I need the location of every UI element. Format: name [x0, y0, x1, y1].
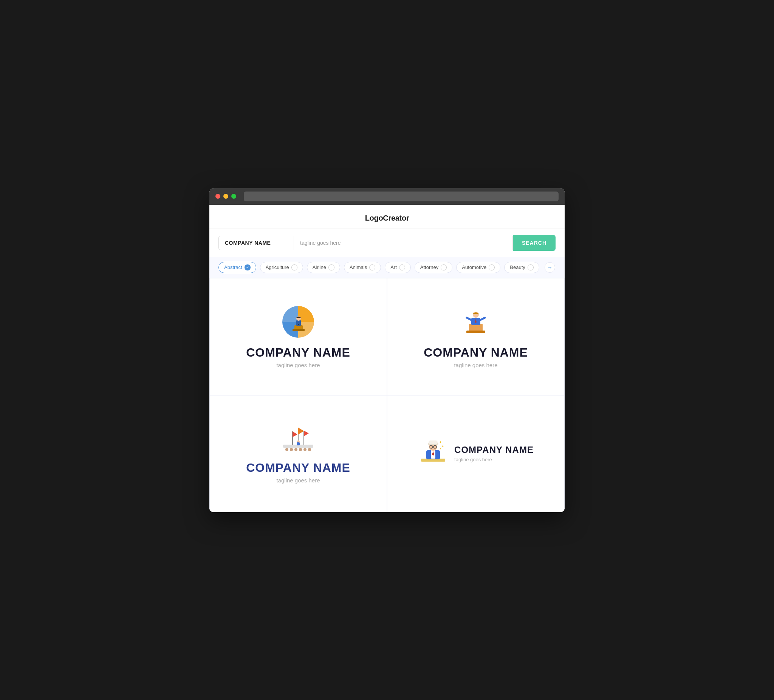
svg-line-11	[480, 318, 485, 320]
filter-bar: Abstract ✓ Agriculture Airline Animals A…	[209, 257, 565, 278]
filter-check-icon	[328, 264, 334, 271]
filter-check-icon	[528, 264, 534, 271]
traffic-light-red[interactable]	[215, 194, 220, 199]
filter-check-icon: ✓	[245, 264, 251, 271]
svg-rect-2	[293, 329, 304, 331]
filter-label: Automotive	[462, 264, 486, 270]
filter-label: Art	[390, 264, 397, 270]
logo-grid: COMPANY NAME tagline goes here	[209, 278, 565, 512]
search-button[interactable]: SEARCH	[513, 235, 556, 251]
filter-label: Airline	[313, 264, 326, 270]
svg-point-22	[294, 448, 298, 451]
filter-tag-beauty[interactable]: Beauty	[504, 262, 539, 273]
filter-tag-abstract[interactable]: Abstract ✓	[218, 262, 256, 273]
svg-marker-19	[304, 431, 309, 436]
filter-tag-airline[interactable]: Airline	[307, 262, 340, 273]
app-content: LogoCreator SEARCH Abstract ✓ Agricultur…	[209, 205, 565, 512]
app-header: LogoCreator	[209, 205, 565, 229]
svg-marker-15	[293, 431, 298, 437]
traffic-light-yellow[interactable]	[223, 194, 228, 199]
search-bar: SEARCH	[209, 229, 565, 257]
traffic-light-green[interactable]	[231, 194, 236, 199]
speaker-podium-colorful-icon	[281, 305, 315, 339]
svg-point-23	[299, 448, 302, 451]
lawyer-person-icon: ✦ ✦ ✦	[418, 435, 448, 466]
speaker-podium-simple-icon	[461, 305, 491, 339]
logo-card-1[interactable]: COMPANY NAME tagline goes here	[209, 278, 387, 395]
company-name-input[interactable]	[218, 236, 294, 250]
svg-point-25	[308, 448, 311, 451]
svg-point-5	[298, 324, 299, 325]
svg-text:✦: ✦	[440, 447, 442, 450]
logo-4-text-container: COMPANY NAME tagline goes here	[454, 445, 534, 462]
logo-2-company-name: COMPANY NAME	[423, 346, 528, 360]
svg-line-10	[467, 318, 471, 320]
svg-text:✦: ✦	[439, 440, 442, 444]
tagline-input[interactable]	[294, 236, 377, 250]
browser-window: LogoCreator SEARCH Abstract ✓ Agricultur…	[209, 188, 565, 512]
filter-check-icon	[489, 264, 495, 271]
filter-label: Agriculture	[266, 264, 289, 270]
logo-4-tagline: tagline goes here	[454, 457, 534, 462]
filter-next-button[interactable]: →	[544, 262, 555, 273]
svg-point-24	[303, 448, 306, 451]
svg-marker-17	[298, 428, 304, 434]
app-title: LogoCreator	[365, 214, 409, 222]
browser-titlebar	[209, 188, 565, 205]
svg-point-21	[290, 448, 293, 451]
logo-card-4[interactable]: ✦ ✦ ✦ COMPANY NAME tagline goes here	[387, 395, 565, 512]
extra-input[interactable]	[377, 236, 513, 250]
filter-tag-animals[interactable]: Animals	[344, 262, 381, 273]
filter-label: Animals	[350, 264, 367, 270]
logo-1-company-name: COMPANY NAME	[246, 346, 351, 360]
svg-rect-7	[466, 330, 485, 333]
svg-rect-27	[297, 442, 300, 446]
filter-check-icon	[441, 264, 447, 271]
filter-check-icon	[291, 264, 298, 271]
logo-1-tagline: tagline goes here	[276, 362, 320, 368]
logo-card-2[interactable]: COMPANY NAME tagline goes here	[387, 278, 565, 395]
filter-check-icon	[369, 264, 375, 271]
filter-label: Abstract	[224, 264, 242, 270]
svg-rect-34	[428, 441, 438, 444]
filter-label: Attorney	[420, 264, 438, 270]
filter-label: Beauty	[510, 264, 525, 270]
logo-3-tagline: tagline goes here	[276, 477, 320, 484]
filter-tag-automotive[interactable]: Automotive	[456, 262, 500, 273]
logo-2-tagline: tagline goes here	[454, 362, 497, 368]
logo-card-3[interactable]: COMPANY NAME tagline goes here	[209, 395, 387, 512]
svg-text:✦: ✦	[442, 445, 444, 448]
logo-3-company-name: COMPANY NAME	[246, 461, 351, 475]
logo-4-inline-container: ✦ ✦ ✦ COMPANY NAME tagline goes here	[418, 435, 534, 472]
conference-flags-icon	[279, 424, 317, 454]
filter-tag-art[interactable]: Art	[385, 262, 411, 273]
filter-check-icon	[399, 264, 405, 271]
filter-tag-agriculture[interactable]: Agriculture	[260, 262, 303, 273]
svg-point-20	[285, 448, 288, 451]
filter-tag-attorney[interactable]: Attorney	[415, 262, 452, 273]
url-bar[interactable]	[244, 192, 559, 201]
logo-4-company-name: COMPANY NAME	[454, 445, 534, 455]
